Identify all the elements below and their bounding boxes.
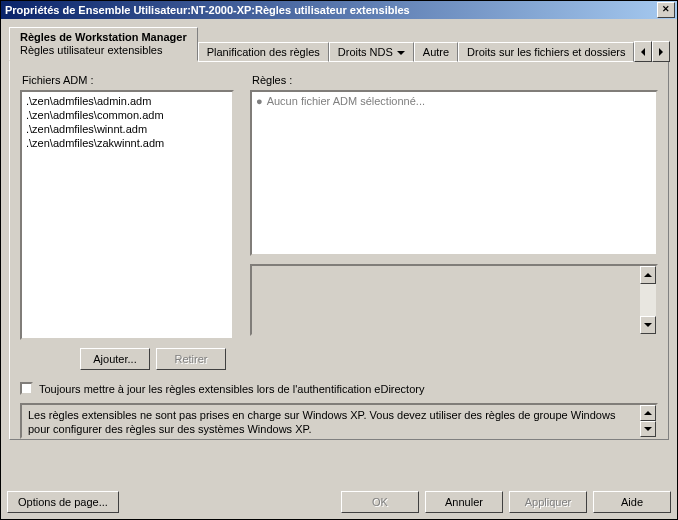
scroll-down-button[interactable] (640, 316, 656, 334)
list-item[interactable]: .\zen\admfiles\winnt.adm (24, 122, 230, 136)
list-item[interactable]: .\zen\admfiles\admin.adm (24, 94, 230, 108)
settings-pane (250, 264, 658, 336)
tab-scroll (634, 40, 670, 61)
titlebar: Propriétés de Ensemble Utilisateur:NT-20… (1, 1, 677, 19)
rules-placeholder-item: ●Aucun fichier ADM sélectionné... (254, 94, 654, 108)
chevron-up-icon (644, 411, 652, 415)
list-item[interactable]: .\zen\admfiles\zakwinnt.adm (24, 136, 230, 150)
tab-nds-rights[interactable]: Droits NDS (329, 42, 414, 62)
tab-active-line2: Règles utilisateur extensibles (20, 44, 187, 57)
chevron-down-icon (644, 323, 652, 327)
rules-column: Règles : ●Aucun fichier ADM sélectionné.… (250, 70, 658, 370)
rules-listbox[interactable]: ●Aucun fichier ADM sélectionné... (250, 90, 658, 256)
chevron-left-icon (641, 48, 645, 56)
chevron-down-icon (397, 51, 405, 55)
chevron-up-icon (644, 273, 652, 277)
list-item[interactable]: .\zen\admfiles\common.adm (24, 108, 230, 122)
bullet-icon: ● (256, 95, 263, 107)
window-title: Propriétés de Ensemble Utilisateur:NT-20… (5, 4, 410, 16)
window: Propriétés de Ensemble Utilisateur:NT-20… (0, 0, 678, 520)
top-row: Fichiers ADM : .\zen\admfiles\admin.adm … (20, 70, 658, 370)
settings-inner (252, 266, 640, 334)
tab-workstation-manager-rules[interactable]: Règles de Workstation Manager Règles uti… (9, 27, 198, 61)
always-update-label: Toujours mettre à jour les règles extens… (39, 383, 424, 395)
tab-rule-scheduling[interactable]: Planification des règles (198, 42, 329, 62)
settings-scrollbar[interactable] (640, 266, 656, 334)
tab-file-folder-rights[interactable]: Droits sur les fichiers et dossiers (458, 42, 634, 62)
tab-scroll-left[interactable] (634, 41, 652, 62)
checkbox-row: Toujours mettre à jour les règles extens… (20, 382, 658, 395)
ok-button: OK (341, 491, 419, 513)
cancel-button[interactable]: Annuler (425, 491, 503, 513)
adm-column: Fichiers ADM : .\zen\admfiles\admin.adm … (20, 70, 238, 370)
tab-active-line1: Règles de Workstation Manager (20, 31, 187, 44)
chevron-down-icon (644, 427, 652, 431)
scroll-down-button[interactable] (640, 421, 656, 437)
page-options-button[interactable]: Options de page... (7, 491, 119, 513)
close-icon[interactable]: ✕ (657, 2, 675, 18)
remove-button: Retirer (156, 348, 226, 370)
always-update-checkbox[interactable] (20, 382, 33, 395)
adm-button-row: Ajouter... Retirer (20, 348, 238, 370)
content: Règles de Workstation Manager Règles uti… (1, 19, 677, 448)
help-button[interactable]: Aide (593, 491, 671, 513)
rules-label: Règles : (252, 74, 658, 86)
tabpanel: Fichiers ADM : .\zen\admfiles\admin.adm … (9, 60, 669, 440)
titlebar-buttons: ✕ (655, 2, 675, 18)
notice-scrollbar[interactable] (640, 405, 656, 437)
chevron-right-icon (659, 48, 663, 56)
tabstrip: Règles de Workstation Manager Règles uti… (9, 27, 669, 61)
apply-button: Appliquer (509, 491, 587, 513)
notice-text: Les règles extensibles ne sont pas prise… (22, 405, 640, 437)
scroll-up-button[interactable] (640, 405, 656, 421)
adm-files-listbox[interactable]: .\zen\admfiles\admin.adm .\zen\admfiles\… (20, 90, 234, 340)
scroll-up-button[interactable] (640, 266, 656, 284)
action-bar: Options de page... OK Annuler Appliquer … (7, 491, 671, 513)
add-button[interactable]: Ajouter... (80, 348, 150, 370)
tab-scroll-right[interactable] (652, 41, 670, 62)
tab-other[interactable]: Autre (414, 42, 458, 62)
notice-pane: Les règles extensibles ne sont pas prise… (20, 403, 658, 439)
adm-files-label: Fichiers ADM : (22, 74, 238, 86)
